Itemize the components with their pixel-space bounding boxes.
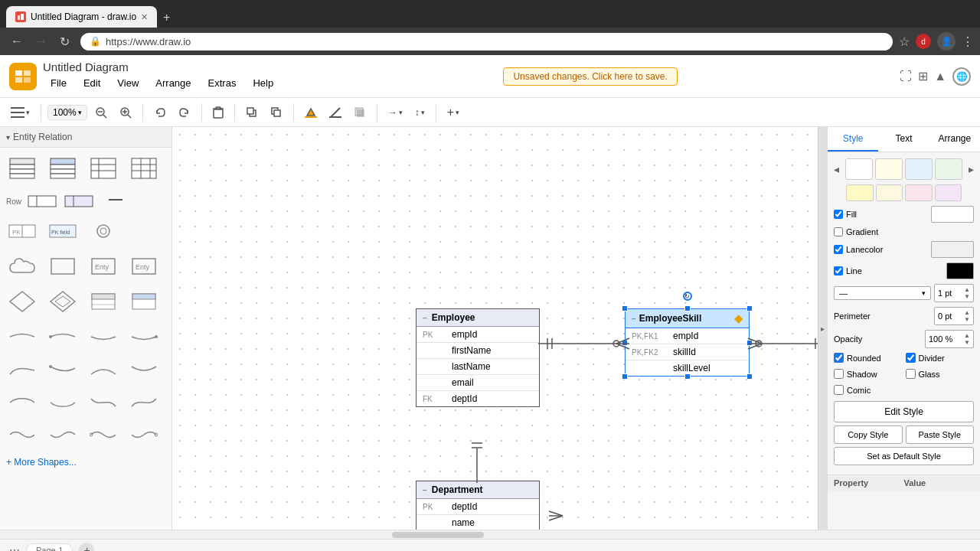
default-style-btn[interactable]: Set as Default Style — [834, 447, 974, 465]
delete-btn[interactable] — [208, 103, 228, 122]
add-page-btn[interactable]: + — [79, 543, 94, 552]
handle-ml[interactable] — [622, 340, 628, 346]
fill-checkbox[interactable] — [834, 210, 843, 219]
perimeter-arrows[interactable]: ▲▼ — [964, 309, 970, 323]
menu-help[interactable]: Help — [245, 74, 281, 92]
shape-e1[interactable] — [6, 420, 38, 449]
shape-c2[interactable] — [47, 356, 79, 385]
employeeskill-table[interactable]: ↻ − EmployeeSkill ◆ PK,FK1 empId PK,FK2 … — [625, 308, 750, 377]
shape-d2[interactable] — [47, 388, 79, 417]
lanecolor-box[interactable] — [931, 241, 974, 258]
back-btn[interactable]: ← — [6, 31, 28, 51]
color-white[interactable] — [845, 158, 873, 180]
shape-c4[interactable] — [128, 356, 160, 385]
shape-table-sm2[interactable] — [128, 287, 160, 316]
to-front-btn[interactable] — [241, 103, 263, 122]
glass-checkbox[interactable] — [906, 369, 916, 379]
tab-text[interactable]: Text — [878, 127, 929, 152]
shape-diamond2[interactable] — [47, 287, 79, 316]
drawio-icon[interactable]: d — [916, 34, 931, 49]
shape-e4[interactable] — [128, 420, 160, 449]
shape-pk2[interactable]: PK field — [47, 217, 79, 246]
fullscreen-icon[interactable]: ⛶ — [900, 70, 912, 83]
rounded-checkbox[interactable] — [834, 353, 844, 363]
horizontal-scrollbar[interactable] — [0, 530, 980, 539]
shape-e2[interactable] — [47, 420, 79, 449]
shape-rect[interactable] — [47, 252, 79, 281]
waypoint-btn[interactable]: ↕ ▾ — [410, 104, 430, 121]
shape-d4[interactable] — [128, 388, 160, 417]
opacity-arrows[interactable]: ▲▼ — [964, 332, 970, 346]
fill-color-btn[interactable] — [300, 103, 322, 122]
shape-pk1[interactable]: PK — [6, 217, 38, 246]
shape-table1[interactable] — [6, 154, 38, 183]
handle-bc[interactable] — [684, 373, 691, 380]
zoom-in-btn[interactable] — [115, 103, 136, 122]
color-tan[interactable] — [846, 184, 874, 201]
options-btn[interactable]: ⋯ — [9, 544, 20, 552]
menu-edit[interactable]: Edit — [76, 74, 108, 92]
account-icon[interactable]: 👤 — [937, 32, 956, 51]
shape-table-sm1[interactable] — [87, 287, 119, 316]
employee-table[interactable]: − Employee PK empId firstName lastName — [416, 308, 540, 407]
handle-tl[interactable] — [622, 305, 628, 311]
line-pt-input[interactable]: 1 pt ▲▼ — [934, 284, 974, 302]
handle-br[interactable] — [746, 373, 753, 380]
collapse-entity-icon[interactable]: ▾ — [6, 133, 10, 142]
gradient-checkbox[interactable] — [834, 227, 843, 236]
to-back-btn[interactable] — [266, 103, 287, 122]
shape-curve4[interactable] — [128, 322, 160, 351]
collapse-panel-icon[interactable]: ▲ — [934, 70, 946, 83]
shape-diamond1[interactable] — [6, 287, 38, 316]
layout-icon[interactable]: ⊞ — [918, 69, 928, 83]
tab-arrange[interactable]: Arrange — [929, 127, 980, 152]
opacity-input[interactable]: 100 % ▲▼ — [925, 330, 974, 348]
edit-style-btn[interactable]: Edit Style — [834, 401, 974, 422]
sidebar-toggle-btn[interactable]: ▾ — [6, 104, 34, 121]
insert-btn[interactable]: + ▾ — [443, 103, 464, 122]
browser-tab[interactable]: Untitled Diagram - draw.io ✕ — [6, 6, 157, 28]
tab-close-btn[interactable]: ✕ — [141, 12, 148, 22]
canvas-area[interactable]: − Employee PK empId firstName lastName — [172, 127, 818, 530]
zoom-control[interactable]: 100% ▾ — [47, 105, 87, 120]
perimeter-input[interactable]: 0 pt ▲▼ — [934, 307, 974, 325]
fill-color-box[interactable] — [931, 206, 974, 223]
shape-row2[interactable] — [63, 191, 95, 212]
color-blue-light[interactable] — [905, 158, 933, 180]
shape-table2[interactable] — [47, 154, 79, 183]
globe-icon[interactable]: 🌐 — [952, 67, 971, 86]
address-bar[interactable]: 🔒 https://www.draw.io — [80, 33, 893, 51]
employeeskill-collapse[interactable]: − — [632, 315, 636, 323]
color-lavender[interactable] — [935, 184, 962, 201]
handle-tc[interactable] — [684, 305, 691, 311]
shape-c1[interactable] — [6, 356, 38, 385]
department-table[interactable]: − Department PK deptId name phone — [416, 481, 540, 530]
unsaved-notice[interactable]: Unsaved changes. Click here to save. — [503, 67, 677, 86]
color-prev-btn[interactable]: ◂ — [834, 163, 839, 175]
menu-extras[interactable]: Extras — [201, 74, 244, 92]
menu-icon[interactable]: ⋮ — [962, 34, 974, 49]
star-icon[interactable]: ☆ — [899, 34, 910, 49]
paste-style-btn[interactable]: Paste Style — [906, 425, 975, 444]
line-checkbox[interactable] — [834, 266, 843, 276]
color-peach[interactable] — [876, 184, 903, 201]
menu-arrange[interactable]: Arrange — [148, 74, 198, 92]
page-tab-1[interactable]: Page-1 — [26, 543, 73, 552]
divider-checkbox[interactable] — [906, 353, 916, 363]
shape-d3[interactable] — [87, 388, 119, 417]
color-green-light[interactable] — [935, 158, 962, 180]
shadow-btn[interactable] — [349, 103, 371, 122]
menu-file[interactable]: File — [43, 74, 74, 92]
shape-e3[interactable] — [87, 420, 119, 449]
department-collapse[interactable]: − — [423, 486, 427, 494]
shadow-checkbox[interactable] — [834, 369, 844, 379]
shape-table4[interactable] — [128, 154, 160, 183]
line-pt-arrows[interactable]: ▲▼ — [964, 286, 970, 300]
shape-row3[interactable] — [100, 191, 132, 212]
forward-btn[interactable]: → — [31, 31, 52, 51]
shape-d1[interactable] — [6, 388, 38, 417]
scroll-thumb[interactable] — [392, 532, 484, 538]
lanecolor-checkbox[interactable] — [834, 245, 843, 254]
menu-view[interactable]: View — [109, 74, 146, 92]
comic-checkbox[interactable] — [834, 385, 844, 395]
